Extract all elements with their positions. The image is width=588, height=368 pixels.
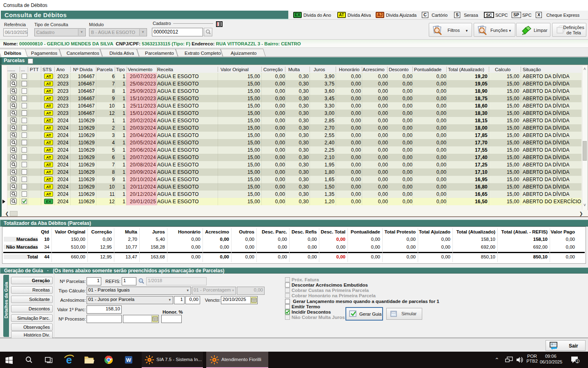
svg-text:W: W — [126, 357, 131, 363]
svg-text:2: 2 — [576, 359, 578, 364]
